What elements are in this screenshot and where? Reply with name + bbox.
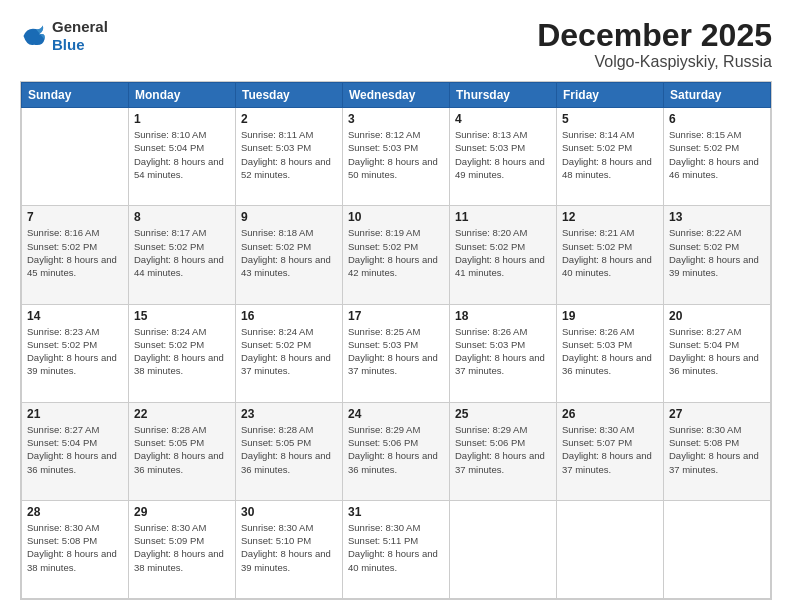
day-detail: Sunrise: 8:30 AMSunset: 5:07 PMDaylight:…	[562, 423, 658, 476]
day-number: 13	[669, 210, 765, 224]
calendar-cell: 4Sunrise: 8:13 AMSunset: 5:03 PMDaylight…	[450, 108, 557, 206]
day-detail: Sunrise: 8:26 AMSunset: 5:03 PMDaylight:…	[455, 325, 551, 378]
calendar-table: SundayMondayTuesdayWednesdayThursdayFrid…	[21, 82, 771, 599]
day-detail: Sunrise: 8:25 AMSunset: 5:03 PMDaylight:…	[348, 325, 444, 378]
day-number: 18	[455, 309, 551, 323]
calendar-cell: 24Sunrise: 8:29 AMSunset: 5:06 PMDayligh…	[343, 402, 450, 500]
logo-general: General	[52, 18, 108, 36]
logo: General Blue	[20, 18, 108, 54]
day-detail: Sunrise: 8:30 AMSunset: 5:08 PMDaylight:…	[27, 521, 123, 574]
day-detail: Sunrise: 8:15 AMSunset: 5:02 PMDaylight:…	[669, 128, 765, 181]
day-number: 2	[241, 112, 337, 126]
weekday-header: Sunday	[22, 83, 129, 108]
calendar-cell: 2Sunrise: 8:11 AMSunset: 5:03 PMDaylight…	[236, 108, 343, 206]
calendar-cell: 27Sunrise: 8:30 AMSunset: 5:08 PMDayligh…	[664, 402, 771, 500]
calendar-cell	[557, 500, 664, 598]
day-detail: Sunrise: 8:22 AMSunset: 5:02 PMDaylight:…	[669, 226, 765, 279]
calendar-cell: 20Sunrise: 8:27 AMSunset: 5:04 PMDayligh…	[664, 304, 771, 402]
day-number: 9	[241, 210, 337, 224]
day-detail: Sunrise: 8:20 AMSunset: 5:02 PMDaylight:…	[455, 226, 551, 279]
calendar-cell: 18Sunrise: 8:26 AMSunset: 5:03 PMDayligh…	[450, 304, 557, 402]
weekday-header: Friday	[557, 83, 664, 108]
day-detail: Sunrise: 8:17 AMSunset: 5:02 PMDaylight:…	[134, 226, 230, 279]
day-detail: Sunrise: 8:28 AMSunset: 5:05 PMDaylight:…	[134, 423, 230, 476]
day-detail: Sunrise: 8:27 AMSunset: 5:04 PMDaylight:…	[669, 325, 765, 378]
calendar: SundayMondayTuesdayWednesdayThursdayFrid…	[20, 81, 772, 600]
day-number: 21	[27, 407, 123, 421]
calendar-cell: 26Sunrise: 8:30 AMSunset: 5:07 PMDayligh…	[557, 402, 664, 500]
day-number: 8	[134, 210, 230, 224]
day-number: 5	[562, 112, 658, 126]
day-number: 7	[27, 210, 123, 224]
calendar-cell: 10Sunrise: 8:19 AMSunset: 5:02 PMDayligh…	[343, 206, 450, 304]
calendar-week-row: 14Sunrise: 8:23 AMSunset: 5:02 PMDayligh…	[22, 304, 771, 402]
day-number: 6	[669, 112, 765, 126]
day-number: 14	[27, 309, 123, 323]
day-number: 30	[241, 505, 337, 519]
weekday-header: Saturday	[664, 83, 771, 108]
location-title: Volgo-Kaspiyskiy, Russia	[537, 53, 772, 71]
day-number: 20	[669, 309, 765, 323]
header: General Blue December 2025 Volgo-Kaspiys…	[20, 18, 772, 71]
day-detail: Sunrise: 8:30 AMSunset: 5:11 PMDaylight:…	[348, 521, 444, 574]
day-number: 11	[455, 210, 551, 224]
calendar-body: 1Sunrise: 8:10 AMSunset: 5:04 PMDaylight…	[22, 108, 771, 599]
day-detail: Sunrise: 8:10 AMSunset: 5:04 PMDaylight:…	[134, 128, 230, 181]
day-detail: Sunrise: 8:12 AMSunset: 5:03 PMDaylight:…	[348, 128, 444, 181]
day-detail: Sunrise: 8:23 AMSunset: 5:02 PMDaylight:…	[27, 325, 123, 378]
calendar-cell: 16Sunrise: 8:24 AMSunset: 5:02 PMDayligh…	[236, 304, 343, 402]
logo-text: General Blue	[52, 18, 108, 54]
calendar-header: SundayMondayTuesdayWednesdayThursdayFrid…	[22, 83, 771, 108]
day-detail: Sunrise: 8:30 AMSunset: 5:08 PMDaylight:…	[669, 423, 765, 476]
day-number: 15	[134, 309, 230, 323]
day-number: 4	[455, 112, 551, 126]
calendar-week-row: 1Sunrise: 8:10 AMSunset: 5:04 PMDaylight…	[22, 108, 771, 206]
calendar-cell: 9Sunrise: 8:18 AMSunset: 5:02 PMDaylight…	[236, 206, 343, 304]
day-number: 24	[348, 407, 444, 421]
month-title: December 2025	[537, 18, 772, 53]
calendar-week-row: 28Sunrise: 8:30 AMSunset: 5:08 PMDayligh…	[22, 500, 771, 598]
day-detail: Sunrise: 8:30 AMSunset: 5:10 PMDaylight:…	[241, 521, 337, 574]
day-detail: Sunrise: 8:29 AMSunset: 5:06 PMDaylight:…	[455, 423, 551, 476]
calendar-cell	[450, 500, 557, 598]
day-number: 19	[562, 309, 658, 323]
day-detail: Sunrise: 8:21 AMSunset: 5:02 PMDaylight:…	[562, 226, 658, 279]
day-number: 3	[348, 112, 444, 126]
logo-blue: Blue	[52, 36, 108, 54]
day-number: 31	[348, 505, 444, 519]
calendar-cell: 28Sunrise: 8:30 AMSunset: 5:08 PMDayligh…	[22, 500, 129, 598]
calendar-week-row: 7Sunrise: 8:16 AMSunset: 5:02 PMDaylight…	[22, 206, 771, 304]
calendar-cell: 13Sunrise: 8:22 AMSunset: 5:02 PMDayligh…	[664, 206, 771, 304]
calendar-cell: 11Sunrise: 8:20 AMSunset: 5:02 PMDayligh…	[450, 206, 557, 304]
day-number: 16	[241, 309, 337, 323]
day-number: 10	[348, 210, 444, 224]
calendar-cell: 21Sunrise: 8:27 AMSunset: 5:04 PMDayligh…	[22, 402, 129, 500]
calendar-cell: 15Sunrise: 8:24 AMSunset: 5:02 PMDayligh…	[129, 304, 236, 402]
calendar-cell: 6Sunrise: 8:15 AMSunset: 5:02 PMDaylight…	[664, 108, 771, 206]
day-detail: Sunrise: 8:27 AMSunset: 5:04 PMDaylight:…	[27, 423, 123, 476]
calendar-cell: 30Sunrise: 8:30 AMSunset: 5:10 PMDayligh…	[236, 500, 343, 598]
day-number: 1	[134, 112, 230, 126]
weekday-row: SundayMondayTuesdayWednesdayThursdayFrid…	[22, 83, 771, 108]
day-detail: Sunrise: 8:13 AMSunset: 5:03 PMDaylight:…	[455, 128, 551, 181]
day-number: 26	[562, 407, 658, 421]
calendar-cell	[22, 108, 129, 206]
day-number: 12	[562, 210, 658, 224]
calendar-cell: 12Sunrise: 8:21 AMSunset: 5:02 PMDayligh…	[557, 206, 664, 304]
day-detail: Sunrise: 8:24 AMSunset: 5:02 PMDaylight:…	[134, 325, 230, 378]
logo-icon	[20, 22, 48, 50]
weekday-header: Monday	[129, 83, 236, 108]
calendar-cell: 14Sunrise: 8:23 AMSunset: 5:02 PMDayligh…	[22, 304, 129, 402]
day-detail: Sunrise: 8:11 AMSunset: 5:03 PMDaylight:…	[241, 128, 337, 181]
day-number: 27	[669, 407, 765, 421]
calendar-cell: 8Sunrise: 8:17 AMSunset: 5:02 PMDaylight…	[129, 206, 236, 304]
calendar-cell: 1Sunrise: 8:10 AMSunset: 5:04 PMDaylight…	[129, 108, 236, 206]
day-detail: Sunrise: 8:16 AMSunset: 5:02 PMDaylight:…	[27, 226, 123, 279]
title-block: December 2025 Volgo-Kaspiyskiy, Russia	[537, 18, 772, 71]
day-number: 17	[348, 309, 444, 323]
day-detail: Sunrise: 8:18 AMSunset: 5:02 PMDaylight:…	[241, 226, 337, 279]
day-detail: Sunrise: 8:26 AMSunset: 5:03 PMDaylight:…	[562, 325, 658, 378]
day-detail: Sunrise: 8:19 AMSunset: 5:02 PMDaylight:…	[348, 226, 444, 279]
day-number: 28	[27, 505, 123, 519]
day-detail: Sunrise: 8:29 AMSunset: 5:06 PMDaylight:…	[348, 423, 444, 476]
